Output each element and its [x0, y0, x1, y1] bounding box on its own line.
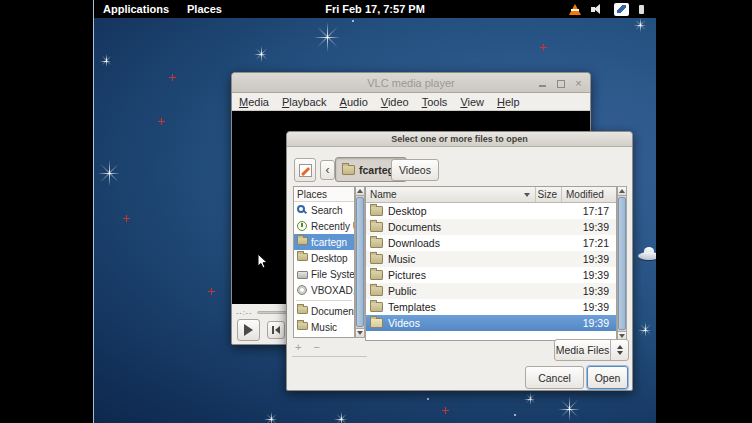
- panel-clock[interactable]: Fri Feb 17, 7:57 PM: [325, 3, 425, 15]
- folder-icon: [297, 306, 308, 314]
- previous-icon: [272, 326, 280, 334]
- places-menu[interactable]: Places: [178, 0, 231, 18]
- sidebar-item-desktop[interactable]: Desktop: [294, 250, 354, 266]
- menu-view[interactable]: View: [460, 96, 484, 108]
- file-row-documents[interactable]: Documents 19:39: [366, 219, 616, 235]
- red-star: [540, 44, 547, 51]
- red-star: [169, 74, 176, 81]
- chevron-left-icon: ‹: [326, 163, 330, 177]
- star-dot: [352, 20, 354, 22]
- scroll-up-icon[interactable]: [618, 187, 626, 196]
- mouse-cursor: [257, 253, 269, 270]
- filter-value: Media Files: [555, 344, 610, 356]
- vlc-titlebar[interactable]: VLC media player ×: [232, 73, 590, 93]
- folder-icon: [370, 222, 383, 232]
- star-sparkle: [558, 396, 580, 421]
- menu-video[interactable]: Video: [381, 96, 409, 108]
- top-panel: Applications Places Fri Feb 17, 7:57 PM: [94, 0, 656, 18]
- column-header-modified[interactable]: Modified: [562, 187, 616, 202]
- cancel-button[interactable]: Cancel: [525, 366, 584, 389]
- file-row-videos[interactable]: Videos 19:39: [366, 315, 616, 331]
- sidebar-item-label: fcartegn: [311, 237, 347, 248]
- places-header: Places: [294, 187, 354, 202]
- previous-button[interactable]: [267, 321, 285, 339]
- places-sidebar: Places Search Recently U... fcartegn Des…: [293, 186, 355, 338]
- play-icon: [244, 324, 253, 336]
- sidebar-item-label: VBOXAD...: [311, 285, 354, 296]
- vlc-window-buttons: ×: [538, 73, 583, 93]
- add-bookmark-button[interactable]: +: [295, 341, 301, 353]
- star-sparkle: [100, 54, 111, 67]
- applications-menu[interactable]: Applications: [94, 0, 178, 18]
- dialog-title: Select one or more files to open: [391, 134, 528, 144]
- scroll-down-icon[interactable]: [356, 328, 364, 337]
- sidebar-item-label: Documents: [311, 306, 354, 317]
- folder-icon: [370, 286, 383, 296]
- red-star: [442, 407, 449, 414]
- file-list-scrollbar[interactable]: [617, 186, 627, 341]
- user-badge-icon[interactable]: [614, 3, 629, 16]
- sidebar-item-file-system[interactable]: File System: [294, 266, 354, 282]
- maximize-icon[interactable]: [556, 79, 565, 88]
- places-scrollbar[interactable]: [355, 186, 365, 338]
- file-list-header: Name Size Modified: [366, 187, 616, 203]
- file-row-downloads[interactable]: Downloads 17:21: [366, 235, 616, 251]
- back-button[interactable]: ‹: [320, 160, 335, 180]
- type-location-button[interactable]: [294, 158, 316, 182]
- folder-icon: [370, 318, 383, 328]
- file-list: Name Size Modified Desktop 17:17 Documen…: [365, 186, 617, 341]
- sidebar-item-label: Music: [311, 322, 337, 333]
- sidebar-item-search[interactable]: Search: [294, 202, 354, 218]
- star-sparkle: [524, 392, 535, 405]
- sidebar-item-music[interactable]: Music: [294, 319, 354, 335]
- star-dot: [427, 398, 429, 400]
- play-button[interactable]: [237, 319, 260, 341]
- menu-help[interactable]: Help: [497, 96, 520, 108]
- minimize-icon[interactable]: [538, 79, 547, 88]
- file-row-music[interactable]: Music 19:39: [366, 251, 616, 267]
- column-header-name[interactable]: Name: [366, 187, 536, 202]
- breadcrumb-videos-button[interactable]: Videos: [391, 159, 439, 181]
- sidebar-item-label: File System: [311, 269, 354, 280]
- menu-audio[interactable]: Audio: [340, 96, 368, 108]
- red-star: [208, 288, 215, 295]
- star-sparkle: [638, 322, 651, 337]
- file-row-pictures[interactable]: Pictures 19:39: [366, 267, 616, 283]
- sidebar-item-recently-used[interactable]: Recently U...: [294, 218, 354, 234]
- star-dot: [514, 414, 516, 416]
- star-sparkle: [254, 46, 267, 62]
- menu-media[interactable]: Media: [239, 96, 269, 108]
- scrollbar-thumb[interactable]: [618, 197, 626, 330]
- wallpaper-ufo-art: [638, 245, 656, 261]
- file-row-desktop[interactable]: Desktop 17:17: [366, 203, 616, 219]
- sidebar-item-documents[interactable]: Documents: [294, 303, 354, 319]
- volume-icon[interactable]: [591, 4, 604, 15]
- clock-icon: [297, 221, 307, 231]
- file-row-templates[interactable]: Templates 19:39: [366, 299, 616, 315]
- search-icon: [297, 205, 305, 213]
- vlc-time-label: --:--: [236, 309, 252, 316]
- vlc-window-title: VLC media player: [367, 77, 454, 89]
- red-star: [123, 215, 130, 222]
- file-row-public[interactable]: Public 19:39: [366, 283, 616, 299]
- open-button[interactable]: Open: [587, 366, 628, 389]
- close-icon[interactable]: ×: [574, 79, 583, 88]
- star-sparkle: [264, 412, 277, 423]
- scroll-up-icon[interactable]: [356, 187, 364, 196]
- power-icon[interactable]: [639, 5, 644, 14]
- remove-bookmark-button[interactable]: −: [313, 341, 319, 353]
- folder-icon: [297, 322, 308, 330]
- sidebar-item-home[interactable]: fcartegn: [294, 234, 354, 250]
- folder-icon: [370, 302, 383, 312]
- sidebar-item-vbox[interactable]: VBOXAD...: [294, 282, 354, 298]
- column-header-size[interactable]: Size: [536, 187, 562, 202]
- folder-icon: [370, 254, 383, 264]
- menu-playback[interactable]: Playback: [282, 96, 327, 108]
- dialog-titlebar[interactable]: Select one or more files to open: [287, 132, 632, 147]
- vlc-cone-icon[interactable]: [569, 4, 581, 15]
- star-sparkle: [98, 160, 120, 186]
- scrollbar-thumb[interactable]: [356, 197, 364, 327]
- file-type-filter[interactable]: Media Files: [554, 339, 629, 361]
- menu-tools[interactable]: Tools: [422, 96, 448, 108]
- star-sparkle: [334, 412, 347, 423]
